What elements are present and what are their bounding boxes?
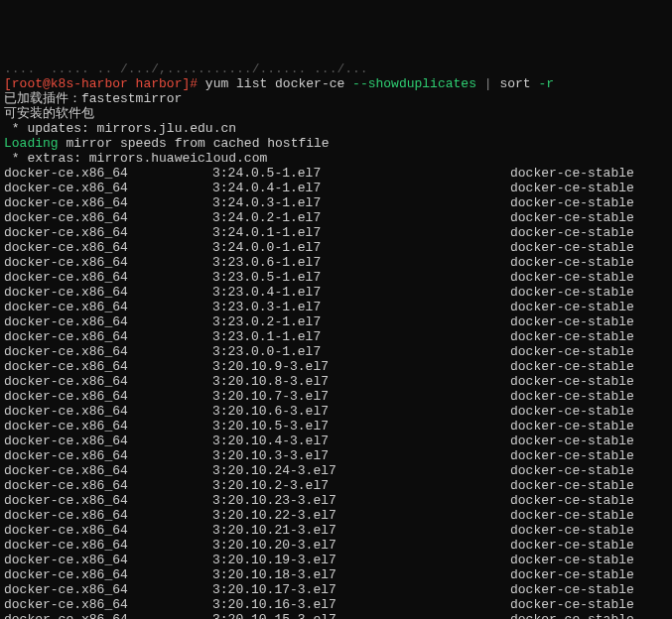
updates-line: * updates: mirrors.jlu.edu.cn xyxy=(4,121,668,136)
package-repo: docker-ce-stable xyxy=(510,270,668,285)
package-repo: docker-ce-stable xyxy=(510,329,668,344)
package-repo: docker-ce-stable xyxy=(510,448,668,463)
package-row: docker-ce.x86_643:20.10.18-3.el7docker-c… xyxy=(4,567,668,582)
package-row: docker-ce.x86_643:20.10.6-3.el7docker-ce… xyxy=(4,404,668,419)
package-name: docker-ce.x86_64 xyxy=(4,181,212,195)
package-name: docker-ce.x86_64 xyxy=(4,478,212,493)
package-name: docker-ce.x86_64 xyxy=(4,374,212,389)
package-repo: docker-ce-stable xyxy=(510,538,668,553)
package-version: 3:20.10.2-3.el7 xyxy=(212,478,510,493)
package-repo: docker-ce-stable xyxy=(510,344,668,359)
package-name: docker-ce.x86_64 xyxy=(4,553,212,567)
package-version: 3:24.0.5-1.el7 xyxy=(212,166,510,181)
package-version: 3:20.10.16-3.el7 xyxy=(212,597,510,612)
package-repo: docker-ce-stable xyxy=(510,612,668,619)
package-row: docker-ce.x86_643:20.10.3-3.el7docker-ce… xyxy=(4,448,668,463)
package-name: docker-ce.x86_64 xyxy=(4,166,212,181)
package-repo: docker-ce-stable xyxy=(510,359,668,374)
package-version: 3:20.10.3-3.el7 xyxy=(212,448,510,463)
package-name: docker-ce.x86_64 xyxy=(4,314,212,329)
package-row: docker-ce.x86_643:20.10.9-3.el7docker-ce… xyxy=(4,359,668,374)
package-name: docker-ce.x86_64 xyxy=(4,300,212,314)
loading-line: Loading mirror speeds from cached hostfi… xyxy=(4,136,668,151)
package-name: docker-ce.x86_64 xyxy=(4,389,212,404)
package-name: docker-ce.x86_64 xyxy=(4,270,212,285)
package-name: docker-ce.x86_64 xyxy=(4,240,212,255)
package-row: docker-ce.x86_643:23.0.2-1.el7docker-ce-… xyxy=(4,314,668,329)
package-version: 3:20.10.17-3.el7 xyxy=(212,582,510,597)
available-line: 可安装的软件包 xyxy=(4,106,668,121)
package-version: 3:23.0.6-1.el7 xyxy=(212,255,510,270)
package-version: 3:20.10.22-3.el7 xyxy=(212,508,510,523)
package-row: docker-ce.x86_643:20.10.22-3.el7docker-c… xyxy=(4,508,668,523)
package-row: docker-ce.x86_643:20.10.8-3.el7docker-ce… xyxy=(4,374,668,389)
package-name: docker-ce.x86_64 xyxy=(4,404,212,419)
package-row: docker-ce.x86_643:24.0.2-1.el7docker-ce-… xyxy=(4,210,668,225)
package-repo: docker-ce-stable xyxy=(510,523,668,538)
package-name: docker-ce.x86_64 xyxy=(4,597,212,612)
package-version: 3:23.0.3-1.el7 xyxy=(212,300,510,314)
package-version: 3:20.10.19-3.el7 xyxy=(212,553,510,567)
package-row: docker-ce.x86_643:20.10.17-3.el7docker-c… xyxy=(4,582,668,597)
package-name: docker-ce.x86_64 xyxy=(4,210,212,225)
prompt-user-host: [root@k8s-harbor harbor]# xyxy=(4,76,198,91)
package-repo: docker-ce-stable xyxy=(510,210,668,225)
package-row: docker-ce.x86_643:20.10.16-3.el7docker-c… xyxy=(4,597,668,612)
plugin-line: 已加载插件：fastestmirror xyxy=(4,91,668,106)
package-name: docker-ce.x86_64 xyxy=(4,523,212,538)
package-repo: docker-ce-stable xyxy=(510,181,668,195)
package-row: docker-ce.x86_643:20.10.20-3.el7docker-c… xyxy=(4,538,668,553)
package-name: docker-ce.x86_64 xyxy=(4,285,212,300)
package-repo: docker-ce-stable xyxy=(510,508,668,523)
pipe: | xyxy=(484,76,492,91)
package-repo: docker-ce-stable xyxy=(510,419,668,433)
package-row: docker-ce.x86_643:23.0.4-1.el7docker-ce-… xyxy=(4,285,668,300)
package-version: 3:23.0.2-1.el7 xyxy=(212,314,510,329)
package-repo: docker-ce-stable xyxy=(510,463,668,478)
package-row: docker-ce.x86_643:24.0.4-1.el7docker-ce-… xyxy=(4,181,668,195)
terminal-output[interactable]: .... ..... .. /.../,.........../...... .… xyxy=(4,62,668,619)
sort-cmd: sort xyxy=(499,76,530,91)
command: yum list docker-ce xyxy=(205,76,344,91)
package-row: docker-ce.x86_643:20.10.4-3.el7docker-ce… xyxy=(4,433,668,448)
package-version: 3:20.10.8-3.el7 xyxy=(212,374,510,389)
package-version: 3:20.10.23-3.el7 xyxy=(212,493,510,508)
package-row: docker-ce.x86_643:23.0.5-1.el7docker-ce-… xyxy=(4,270,668,285)
package-row: docker-ce.x86_643:20.10.23-3.el7docker-c… xyxy=(4,493,668,508)
package-repo: docker-ce-stable xyxy=(510,255,668,270)
package-name: docker-ce.x86_64 xyxy=(4,195,212,210)
package-row: docker-ce.x86_643:20.10.21-3.el7docker-c… xyxy=(4,523,668,538)
package-row: docker-ce.x86_643:24.0.1-1.el7docker-ce-… xyxy=(4,225,668,240)
package-name: docker-ce.x86_64 xyxy=(4,344,212,359)
package-version: 3:20.10.15-3.el7 xyxy=(212,612,510,619)
package-repo: docker-ce-stable xyxy=(510,240,668,255)
package-name: docker-ce.x86_64 xyxy=(4,612,212,619)
package-version: 3:20.10.7-3.el7 xyxy=(212,389,510,404)
package-name: docker-ce.x86_64 xyxy=(4,419,212,433)
package-version: 3:20.10.24-3.el7 xyxy=(212,463,510,478)
package-row: docker-ce.x86_643:20.10.7-3.el7docker-ce… xyxy=(4,389,668,404)
package-row: docker-ce.x86_643:20.10.24-3.el7docker-c… xyxy=(4,463,668,478)
package-repo: docker-ce-stable xyxy=(510,285,668,300)
package-repo: docker-ce-stable xyxy=(510,567,668,582)
package-version: 3:24.0.1-1.el7 xyxy=(212,225,510,240)
package-version: 3:23.0.1-1.el7 xyxy=(212,329,510,344)
package-row: docker-ce.x86_643:23.0.0-1.el7docker-ce-… xyxy=(4,344,668,359)
package-name: docker-ce.x86_64 xyxy=(4,508,212,523)
package-version: 3:20.10.20-3.el7 xyxy=(212,538,510,553)
package-repo: docker-ce-stable xyxy=(510,582,668,597)
package-name: docker-ce.x86_64 xyxy=(4,329,212,344)
package-repo: docker-ce-stable xyxy=(510,597,668,612)
package-version: 3:24.0.0-1.el7 xyxy=(212,240,510,255)
loading-rest: mirror speeds from cached hostfile xyxy=(59,136,330,151)
package-repo: docker-ce-stable xyxy=(510,478,668,493)
package-row: docker-ce.x86_643:23.0.1-1.el7docker-ce-… xyxy=(4,329,668,344)
package-repo: docker-ce-stable xyxy=(510,553,668,567)
flag-showduplicates: --showduplicates xyxy=(352,76,476,91)
package-version: 3:23.0.4-1.el7 xyxy=(212,285,510,300)
package-name: docker-ce.x86_64 xyxy=(4,225,212,240)
package-name: docker-ce.x86_64 xyxy=(4,255,212,270)
package-row: docker-ce.x86_643:20.10.15-3.el7docker-c… xyxy=(4,612,668,619)
package-row: docker-ce.x86_643:24.0.5-1.el7docker-ce-… xyxy=(4,166,668,181)
package-row: docker-ce.x86_643:20.10.2-3.el7docker-ce… xyxy=(4,478,668,493)
